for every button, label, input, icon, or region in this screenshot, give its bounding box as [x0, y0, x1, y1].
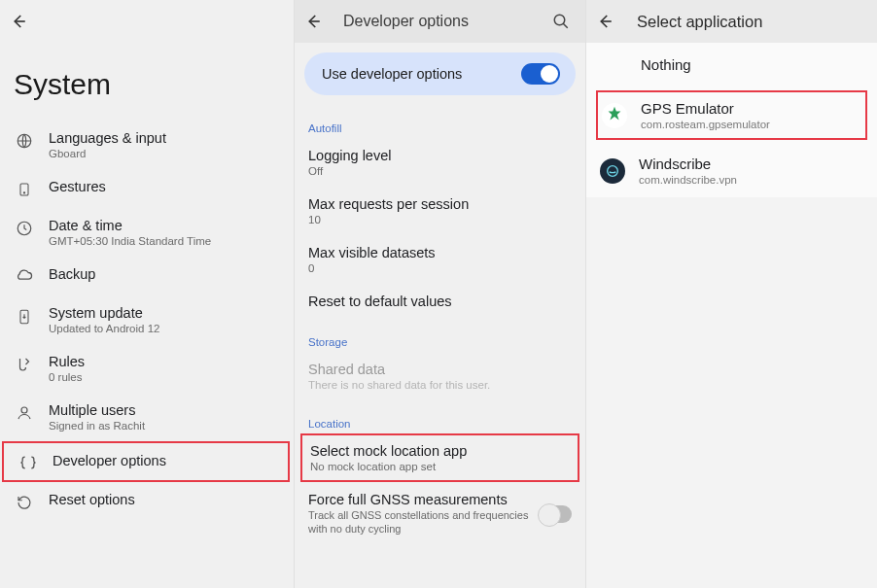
app-item-gps-emulator[interactable]: GPS Emulator com.rosteam.gpsemulator: [596, 90, 867, 140]
page-title: System: [0, 43, 294, 121]
menu-item-rules[interactable]: Rules 0 rules: [0, 344, 294, 393]
item-logging-level[interactable]: Logging level Off: [295, 138, 585, 187]
app-sub: com.windscribe.vpn: [639, 174, 737, 186]
developer-options-panel: Developer options Use developer options …: [294, 0, 585, 588]
menu-item-backup[interactable]: Backup: [0, 257, 294, 295]
item-sub: No mock location app set: [310, 461, 570, 472]
section-header-autofill: Autofill: [295, 105, 585, 138]
menu-sub: Signed in as Rachit: [49, 420, 145, 432]
menu-item-reset-options[interactable]: Reset options: [0, 482, 294, 521]
toggle-on-icon[interactable]: [521, 63, 560, 85]
item-sub: 0: [308, 262, 572, 274]
svg-point-6: [554, 15, 565, 25]
menu-label: System update: [49, 305, 159, 321]
item-label: Select mock location app: [310, 443, 570, 459]
system-update-icon: [14, 305, 35, 327]
item-label: Shared data: [308, 362, 572, 377]
reset-icon: [14, 492, 35, 511]
system-menu-list: Languages & input Gboard Gestures Date &…: [0, 121, 294, 521]
menu-label: Rules: [49, 354, 85, 369]
menu-label: Reset options: [49, 492, 135, 507]
app-item-nothing[interactable]: Nothing: [586, 43, 877, 86]
item-max-requests[interactable]: Max requests per session 10: [295, 187, 585, 235]
search-icon[interactable]: [552, 13, 576, 30]
system-settings-panel: System Languages & input Gboard Gestures: [0, 0, 294, 588]
menu-item-gestures[interactable]: Gestures: [0, 169, 294, 208]
item-sub: There is no shared data for this user.: [308, 379, 572, 391]
item-label: Max requests per session: [308, 196, 572, 212]
gps-emulator-icon: [602, 103, 627, 128]
menu-label: Date & time: [49, 218, 211, 233]
app-list: Nothing GPS Emulator com.rosteam.gpsemul…: [586, 43, 877, 197]
item-max-datasets[interactable]: Max visible datasets 0: [295, 235, 585, 284]
windscribe-icon: [600, 158, 625, 184]
braces-icon: [18, 453, 39, 470]
app-sub: com.rosteam.gpsemulator: [641, 119, 770, 130]
panel1-topbar: [0, 0, 294, 43]
menu-sub: Updated to Android 12: [49, 323, 159, 334]
menu-sub: GMT+05:30 India Standard Time: [49, 235, 211, 247]
item-force-gnss[interactable]: Force full GNSS measurements Track all G…: [295, 482, 585, 546]
globe-icon: [14, 130, 35, 150]
menu-label: Gestures: [49, 179, 106, 194]
menu-label: Backup: [49, 266, 95, 282]
back-icon[interactable]: [596, 13, 619, 30]
cloud-icon: [14, 266, 35, 282]
menu-label: Languages & input: [49, 130, 166, 146]
toggle-off-icon[interactable]: [539, 505, 572, 523]
rules-icon: [14, 354, 35, 373]
app-label: GPS Emulator: [641, 100, 770, 117]
app-item-windscribe[interactable]: Windscribe com.windscribe.vpn: [586, 144, 877, 197]
select-app-title: Select application: [637, 13, 762, 31]
menu-item-developer-options[interactable]: Developer options: [2, 441, 290, 482]
menu-item-multiple-users[interactable]: Multiple users Signed in as Rachit: [0, 393, 294, 441]
item-reset-defaults[interactable]: Reset to default values: [295, 284, 585, 319]
dev-options-title: Developer options: [343, 13, 537, 30]
item-label: Reset to default values: [308, 294, 572, 309]
gestures-icon: [14, 179, 35, 198]
menu-item-datetime[interactable]: Date & time GMT+05:30 India Standard Tim…: [0, 208, 294, 257]
user-icon: [14, 402, 35, 422]
item-sub: 10: [308, 214, 572, 225]
item-sub: Track all GNSS constellations and freque…: [308, 509, 531, 536]
menu-label: Multiple users: [49, 402, 145, 418]
back-icon[interactable]: [304, 13, 328, 30]
select-application-panel: Select application Nothing GPS Emulator …: [585, 0, 877, 588]
item-shared-data: Shared data There is no shared data for …: [295, 352, 585, 400]
menu-sub: Gboard: [49, 148, 166, 159]
item-label: Max visible datasets: [308, 245, 572, 260]
item-sub: Off: [308, 165, 572, 177]
item-label: Force full GNSS measurements: [308, 492, 531, 507]
clock-icon: [14, 218, 35, 237]
menu-item-languages[interactable]: Languages & input Gboard: [0, 121, 294, 169]
menu-item-system-update[interactable]: System update Updated to Android 12: [0, 295, 294, 344]
menu-label: Developer options: [53, 453, 166, 468]
menu-sub: 0 rules: [49, 371, 85, 383]
svg-point-7: [608, 165, 618, 176]
section-header-location: Location: [295, 400, 585, 433]
section-header-storage: Storage: [295, 319, 585, 352]
app-label: Windscribe: [639, 156, 737, 172]
item-mock-location[interactable]: Select mock location app No mock locatio…: [300, 433, 579, 482]
panel3-topbar: Select application: [586, 0, 877, 43]
svg-point-5: [21, 407, 27, 413]
back-icon[interactable]: [10, 13, 33, 30]
item-label: Logging level: [308, 148, 572, 163]
use-dev-label: Use developer options: [322, 66, 462, 82]
svg-point-2: [23, 192, 24, 193]
use-developer-options-toggle-row[interactable]: Use developer options: [304, 52, 576, 95]
panel2-topbar: Developer options: [295, 0, 585, 43]
